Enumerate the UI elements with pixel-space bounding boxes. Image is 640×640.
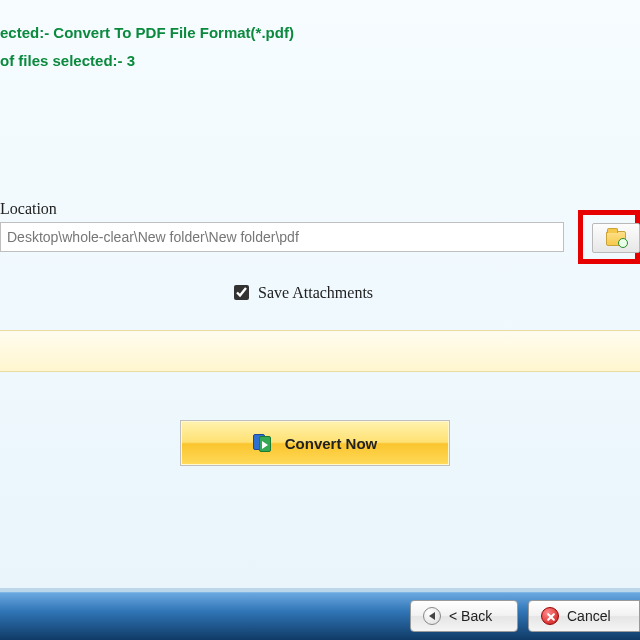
divider-band (0, 330, 640, 372)
back-label: < Back (449, 608, 492, 624)
wizard-footer: < Back Cancel (0, 592, 640, 640)
close-icon (541, 607, 559, 625)
convert-now-label: Convert Now (285, 435, 378, 452)
selected-count-text: of files selected:- 3 (0, 48, 135, 69)
save-attachments-label: Save Attachments (258, 284, 373, 302)
save-attachments-row[interactable]: Save Attachments (230, 282, 373, 303)
location-label: Location (0, 200, 57, 218)
cancel-button[interactable]: Cancel (528, 600, 640, 632)
arrow-left-icon (423, 607, 441, 625)
cancel-label: Cancel (567, 608, 611, 624)
back-button[interactable]: < Back (410, 600, 518, 632)
convert-now-button[interactable]: Convert Now (180, 420, 450, 466)
location-input[interactable] (0, 222, 564, 252)
location-row (0, 222, 640, 254)
folder-open-icon (606, 231, 626, 246)
selected-format-text: ected:- Convert To PDF File Format(*.pdf… (0, 20, 294, 41)
convert-icon (253, 432, 275, 454)
save-attachments-checkbox[interactable] (234, 285, 249, 300)
browse-button[interactable] (592, 223, 640, 253)
